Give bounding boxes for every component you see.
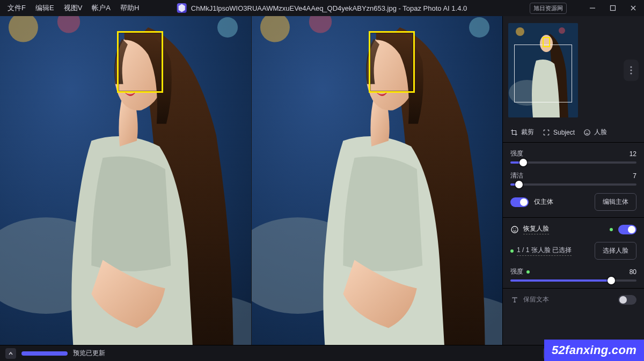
menu-file[interactable]: 文件F xyxy=(3,1,30,15)
smile-icon xyxy=(510,225,519,234)
face-intensity-value: 80 xyxy=(630,268,636,276)
window-title-area: ChMkJ1lpsoWIO3RUAAWMzxuEVe4AAeq_QD4yekAB… xyxy=(177,3,467,13)
menu-account[interactable]: 帐户A xyxy=(87,1,115,15)
face-section: 恢复人脸 1 / 1 张人脸 已选择 选择人脸 强度 xyxy=(503,218,644,288)
window-minimize-button[interactable] xyxy=(587,3,598,13)
image-viewport[interactable] xyxy=(0,16,502,345)
face-icon xyxy=(583,129,591,136)
text-icon xyxy=(510,296,519,304)
window-controls: 旭日资源网 xyxy=(530,3,639,14)
intensity-value: 12 xyxy=(630,150,636,158)
crop-icon xyxy=(510,129,518,136)
edit-subject-button[interactable]: 编辑主体 xyxy=(595,193,636,211)
title-bar: 文件F 编辑E 视图V 帐户A 帮助H ChMkJ1lpsoWIO3RUAAWM… xyxy=(0,0,644,16)
svg-point-20 xyxy=(630,69,632,71)
navigator-thumbnail[interactable] xyxy=(508,23,578,117)
tab-face-label: 人脸 xyxy=(594,128,607,137)
before-pane xyxy=(0,16,251,345)
face-detection-box[interactable] xyxy=(117,31,163,93)
app-icon xyxy=(177,3,187,13)
face-intensity-label: 强度 xyxy=(510,267,530,276)
face-detection-box[interactable] xyxy=(369,31,415,93)
tab-crop[interactable]: 裁剪 xyxy=(510,128,534,137)
watermark: 52fanxing.com xyxy=(544,340,644,361)
svg-point-16 xyxy=(559,27,565,34)
status-dot-icon xyxy=(510,249,514,253)
svg-point-19 xyxy=(630,66,632,68)
menu-edit[interactable]: 编辑E xyxy=(31,1,58,15)
status-dot-icon xyxy=(610,228,613,231)
navigator-area xyxy=(508,19,639,121)
navigator-face-box xyxy=(543,37,550,47)
clean-label: 清洁 xyxy=(510,171,523,180)
subject-only-label: 仅主体 xyxy=(534,197,553,207)
clean-slider[interactable] xyxy=(510,183,636,186)
face-recover-toggle[interactable] xyxy=(618,225,636,234)
status-text: 预览已更新 xyxy=(73,349,105,358)
side-panel: 裁剪 Subject 人脸 强度 12 xyxy=(502,16,644,345)
svg-point-22 xyxy=(584,129,590,135)
svg-point-21 xyxy=(630,72,632,74)
more-options-button[interactable] xyxy=(624,60,639,81)
tab-subject-label: Subject xyxy=(553,129,575,136)
svg-point-27 xyxy=(515,229,516,229)
window-close-button[interactable] xyxy=(628,3,639,13)
window-title: ChMkJ1lpsoWIO3RUAAWMzxuEVe4AAeq_QD4yekAB… xyxy=(191,4,467,12)
svg-point-24 xyxy=(588,131,588,132)
menu-view[interactable]: 视图V xyxy=(60,1,87,15)
intensity-slider[interactable] xyxy=(510,161,636,164)
svg-rect-0 xyxy=(590,8,595,9)
tab-crop-label: 裁剪 xyxy=(521,128,534,137)
menu-help[interactable]: 帮助H xyxy=(116,1,143,15)
main-area: 裁剪 Subject 人脸 强度 12 xyxy=(0,16,644,345)
subject-icon xyxy=(543,129,550,136)
progress-bar xyxy=(21,351,68,356)
svg-rect-1 xyxy=(611,6,616,11)
svg-point-25 xyxy=(511,226,518,233)
subject-section: 强度 12 清洁 7 仅主体 xyxy=(503,143,644,217)
tab-face[interactable]: 人脸 xyxy=(583,128,607,137)
window-maximize-button[interactable] xyxy=(608,3,618,13)
intensity-label: 强度 xyxy=(510,149,523,158)
svg-point-11 xyxy=(469,17,489,38)
menu-bar: 文件F 编辑E 视图V 帐户A 帮助H xyxy=(3,1,143,15)
clean-value: 7 xyxy=(633,172,636,180)
preserve-text-label: 保留文本 xyxy=(523,295,549,305)
preserve-text-section: 保留文本 xyxy=(503,289,644,313)
tool-tabs: 裁剪 Subject 人脸 xyxy=(503,126,644,143)
face-intensity-slider[interactable] xyxy=(510,279,636,282)
svg-point-15 xyxy=(516,27,524,36)
svg-point-5 xyxy=(217,17,238,38)
select-face-button[interactable]: 选择人脸 xyxy=(595,242,636,260)
face-count-label: 1 / 1 张人脸 已选择 xyxy=(510,246,572,256)
navigator-viewport-box[interactable] xyxy=(514,45,572,102)
after-pane xyxy=(251,16,503,345)
subject-only-toggle[interactable] xyxy=(510,197,529,207)
site-badge: 旭日资源网 xyxy=(530,3,567,14)
status-dot-icon xyxy=(526,270,530,274)
preserve-text-toggle[interactable] xyxy=(618,295,636,305)
expand-button[interactable] xyxy=(5,348,16,359)
svg-point-26 xyxy=(513,229,514,229)
face-section-title: 恢复人脸 xyxy=(523,224,549,234)
tab-subject[interactable]: Subject xyxy=(543,128,575,137)
svg-point-23 xyxy=(586,131,587,132)
